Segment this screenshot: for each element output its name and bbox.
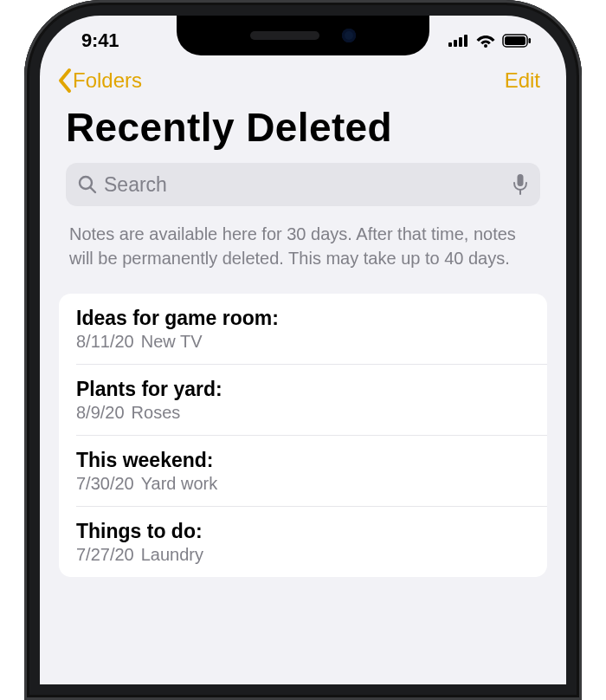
notes-list: Ideas for game room: 8/11/20New TV Plant… <box>59 294 547 577</box>
note-row[interactable]: This weekend: 7/30/20Yard work <box>76 435 547 506</box>
dictation-icon[interactable] <box>513 173 528 196</box>
screen: 9:41 <box>40 16 566 684</box>
front-camera <box>342 29 356 42</box>
battery-icon <box>502 34 532 48</box>
cellular-icon <box>448 35 469 47</box>
search-icon <box>78 175 97 194</box>
notch <box>177 16 429 55</box>
note-subtitle: 7/30/20Yard work <box>76 474 530 494</box>
note-preview: Laundry <box>141 545 203 564</box>
svg-rect-7 <box>529 38 532 43</box>
note-date: 7/27/20 <box>76 545 134 564</box>
back-button[interactable]: Folders <box>55 68 142 94</box>
svg-line-9 <box>91 188 96 193</box>
search-placeholder: Search <box>104 173 506 197</box>
navigation-bar: Folders Edit <box>40 66 566 99</box>
note-date: 7/30/20 <box>76 474 134 493</box>
note-subtitle: 8/11/20New TV <box>76 332 530 352</box>
svg-rect-2 <box>459 37 462 47</box>
note-date: 8/9/20 <box>76 403 125 422</box>
svg-rect-1 <box>454 40 457 47</box>
edit-button[interactable]: Edit <box>505 68 540 93</box>
phone-frame: 9:41 <box>24 0 582 700</box>
note-date: 8/11/20 <box>76 332 134 351</box>
note-row[interactable]: Things to do: 7/27/20Laundry <box>76 506 547 577</box>
note-title: Plants for yard: <box>76 378 530 401</box>
search-input[interactable]: Search <box>66 163 540 206</box>
status-indicators <box>448 34 532 48</box>
info-text: Notes are available here for 30 days. Af… <box>40 206 566 294</box>
note-row[interactable]: Plants for yard: 8/9/20Roses <box>76 364 547 435</box>
svg-point-4 <box>484 44 487 48</box>
svg-rect-3 <box>464 35 467 47</box>
note-title: This weekend: <box>76 449 530 472</box>
note-preview: New TV <box>141 332 203 351</box>
chevron-left-icon <box>55 68 74 94</box>
svg-rect-0 <box>448 42 452 47</box>
note-preview: Roses <box>132 403 181 422</box>
note-row[interactable]: Ideas for game room: 8/11/20New TV <box>59 294 547 364</box>
note-preview: Yard work <box>141 474 218 493</box>
back-label: Folders <box>73 68 142 93</box>
status-time: 9:41 <box>81 29 119 52</box>
wifi-icon <box>476 34 495 48</box>
svg-rect-6 <box>505 36 525 45</box>
note-title: Ideas for game room: <box>76 307 530 330</box>
note-title: Things to do: <box>76 520 530 543</box>
note-subtitle: 7/27/20Laundry <box>76 545 530 565</box>
page-title: Recently Deleted <box>40 99 566 163</box>
earpiece-speaker <box>250 31 319 40</box>
note-subtitle: 8/9/20Roses <box>76 403 530 423</box>
svg-rect-10 <box>518 174 524 186</box>
